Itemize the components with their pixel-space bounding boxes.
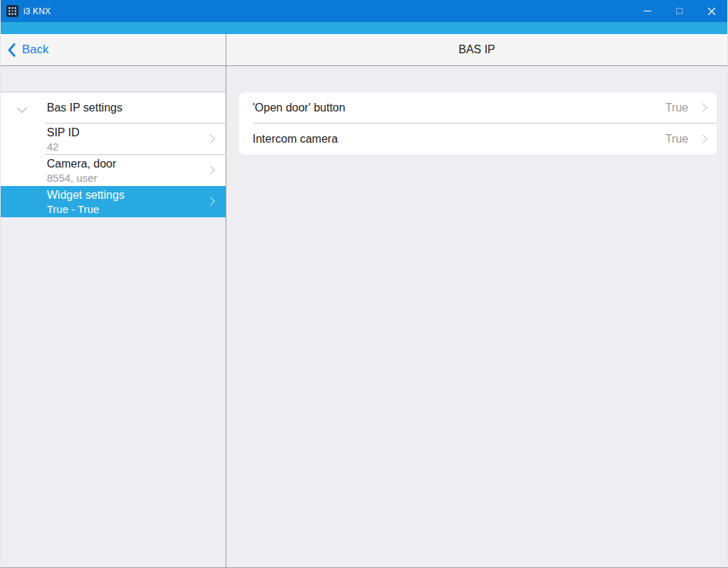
sidebar-item-subtitle: True - True [47, 202, 226, 217]
accent-strip [1, 22, 727, 34]
sidebar-item-title: Camera, door [47, 156, 226, 171]
close-button[interactable] [695, 0, 727, 22]
sidebar-item-subtitle: 42 [47, 140, 226, 154]
setting-label: 'Open door' button [253, 102, 346, 114]
nav-header-left: Back [1, 34, 226, 65]
sidebar-item-camera-door[interactable]: Camera, door 8554, user [1, 155, 226, 186]
title-bar[interactable]: i3 KNX [1, 0, 727, 22]
sidebar-item-subtitle: 8554, user [47, 171, 226, 185]
setting-row-open-door-button[interactable]: 'Open door' button True [239, 92, 717, 124]
window-controls [632, 0, 727, 22]
settings-card: 'Open door' button True Intercom camera … [239, 92, 717, 155]
back-button[interactable]: Back [8, 43, 49, 58]
main-panel: 'Open door' button True Intercom camera … [226, 66, 727, 567]
maximize-button[interactable] [663, 0, 695, 22]
app-icon [6, 5, 18, 17]
chevron-left-icon [8, 43, 16, 58]
back-label: Back [22, 43, 49, 57]
maximize-icon [676, 8, 683, 14]
setting-value: True [666, 102, 688, 114]
sidebar: Bas IP settings SIP ID 42 Camera, door 8… [1, 66, 226, 567]
chevron-down-icon[interactable] [17, 103, 27, 113]
sidebar-spacer [1, 66, 226, 92]
minimize-icon [644, 11, 651, 11]
sidebar-item-widget-settings[interactable]: Widget settings True - True [1, 186, 226, 217]
sidebar-group-label: Bas IP settings [47, 102, 122, 114]
setting-label: Intercom camera [253, 133, 338, 146]
setting-value: True [666, 133, 688, 146]
nav-header: Back BAS IP [1, 34, 727, 66]
minimize-button[interactable] [632, 0, 663, 22]
sidebar-item-title: SIP ID [47, 125, 226, 140]
window-title: i3 KNX [23, 6, 51, 16]
sidebar-item-title: Widget settings [47, 187, 226, 202]
sidebar-group-bas-ip-settings[interactable]: Bas IP settings [1, 92, 226, 124]
chevron-right-icon [698, 134, 707, 143]
nav-header-right: BAS IP [226, 34, 727, 65]
sidebar-item-sip-id[interactable]: SIP ID 42 [1, 124, 226, 155]
content: Bas IP settings SIP ID 42 Camera, door 8… [1, 66, 727, 567]
setting-row-intercom-camera[interactable]: Intercom camera True [239, 124, 717, 155]
close-icon [707, 7, 716, 16]
page-title: BAS IP [458, 43, 495, 56]
app-window: i3 KNX Back [0, 0, 728, 568]
chevron-right-icon [698, 103, 707, 112]
